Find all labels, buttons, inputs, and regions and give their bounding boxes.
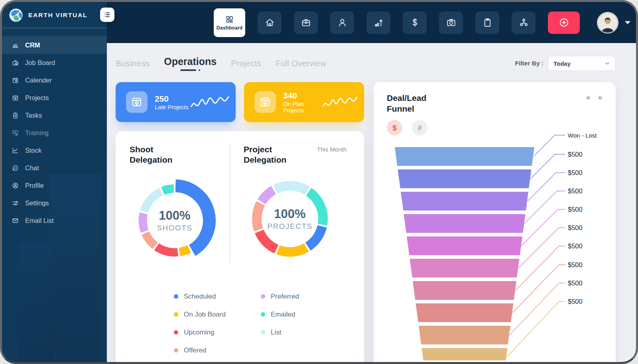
prev-arrow[interactable]: « [586, 93, 591, 102]
filter-group: Filter By : Today [515, 56, 616, 71]
cards-row: 250 Late Projects 340 On Plan Projects S… [116, 82, 616, 362]
funnel-stage-10 [422, 348, 508, 360]
sidebar-item-projects[interactable]: Projects [2, 89, 107, 106]
donut-segment-on-job-board [278, 248, 306, 252]
donut-segment-scheduled [308, 226, 322, 247]
sidebar-item-chat[interactable]: Chat [2, 159, 107, 177]
funnel-stage-value: $500 [568, 169, 583, 176]
donut-segment-upcoming [259, 231, 276, 249]
plus-circle-icon [558, 17, 570, 28]
nav-button-user[interactable] [330, 12, 354, 34]
active-tab-underline [164, 69, 217, 71]
settings-icon [12, 199, 19, 207]
tab-projects[interactable]: Projects [231, 59, 261, 68]
avatar-photo [598, 13, 618, 33]
briefcase-icon [301, 17, 311, 28]
team-icon [518, 17, 529, 28]
legend-label: Scheduled [184, 293, 216, 301]
funnel-stage-value: $500 [568, 261, 583, 268]
donut-segment-list [144, 191, 161, 212]
funnel-stage-value: $500 [568, 279, 583, 287]
period-label: This Month [317, 146, 347, 153]
sidebar-item-calender[interactable]: Calender [2, 71, 107, 89]
dashboard-label: Dashboard [217, 25, 242, 31]
stat-value: 340 [283, 91, 322, 101]
legend-item: List [261, 323, 348, 341]
funnel-leader-line [528, 173, 565, 201]
menu-toggle-button[interactable] [100, 8, 114, 22]
tab-business[interactable]: Business [116, 59, 150, 68]
menu-list-icon [103, 11, 111, 19]
donut-segment-scheduled [175, 186, 209, 250]
delegation-card: Shoot Delegation Project Delegation This… [116, 131, 364, 364]
project-delegation-donut: 100% PROJECTS [248, 177, 332, 261]
stat-label: Late Projects [155, 104, 189, 110]
nav-button-dollar[interactable] [403, 12, 427, 34]
funnel-stage-2 [398, 169, 532, 188]
tab-operations[interactable]: Operations [164, 56, 217, 71]
legend-dot [174, 330, 178, 334]
tabs: Business Operations Projects Full Overvi… [116, 56, 326, 71]
nav-button-camera[interactable] [439, 12, 463, 34]
add-button[interactable] [548, 12, 580, 34]
legend-label: List [271, 329, 281, 336]
building-background [18, 242, 52, 362]
stat-value: 250 [155, 94, 189, 104]
legend-label: Upcoming [184, 329, 215, 336]
app-window: EARTH VIRTUAL CRM Job Board Calender Pro… [0, 0, 638, 364]
funnel-stage-4 [404, 214, 526, 233]
nav-button-chart-bars[interactable] [366, 12, 390, 34]
funnel-stage-6 [410, 259, 520, 277]
sidebar-item-profile[interactable]: Profile [2, 177, 107, 194]
funnel-leader-line [522, 209, 565, 246]
funnel-title: Deal/Lead Funnel [387, 92, 451, 114]
funnel-stage-5 [407, 236, 522, 255]
legend-dot [261, 330, 265, 334]
legend-item: Offered [174, 341, 261, 359]
stat-icon-chip [254, 91, 276, 113]
sidebar-header: EARTH VIRTUAL [2, 2, 107, 28]
sidebar-item-crm[interactable]: CRM [2, 36, 107, 54]
nav-button-clipboard[interactable] [475, 12, 499, 34]
next-arrow[interactable]: » [598, 93, 602, 102]
chat-icon [12, 164, 19, 172]
training-icon [12, 129, 19, 137]
sidebar-item-settings[interactable]: Settings [2, 194, 107, 212]
stock-icon [12, 147, 19, 154]
nav-button-team[interactable] [512, 12, 536, 34]
legend-label: Emailed [271, 311, 295, 319]
sidebar-item-job-board[interactable]: Job Board [2, 54, 107, 71]
profile-caret-icon[interactable] [625, 21, 630, 24]
tasks-icon [12, 112, 19, 119]
filter-label: Filter By : [515, 60, 543, 67]
projects-icon [12, 94, 19, 102]
donut-segment-offered [145, 233, 155, 246]
chevron-down-icon [605, 61, 610, 66]
stat-card: 250 Late Projects [116, 82, 236, 122]
tabs-row: Business Operations Projects Full Overvi… [116, 53, 616, 73]
legend-dot [174, 294, 178, 299]
filter-select[interactable]: Today [548, 56, 616, 71]
sparkline [190, 93, 230, 111]
project-donut-chart [248, 177, 332, 261]
user-avatar[interactable] [597, 12, 618, 33]
tab-full-overview[interactable]: Full Overview [276, 59, 326, 68]
sidebar-item-stock[interactable]: Stock [2, 142, 107, 159]
email-icon [12, 217, 19, 224]
left-column: 250 Late Projects 340 On Plan Projects S… [116, 82, 364, 362]
nav-button-briefcase[interactable] [294, 12, 318, 34]
sidebar-item-training[interactable]: Training [2, 124, 107, 142]
sidebar-item-tasks[interactable]: Tasks [2, 106, 107, 124]
sidebar-item-email-list[interactable]: Email List [2, 212, 107, 229]
filter-value: Today [553, 60, 571, 67]
sidebar: EARTH VIRTUAL CRM Job Board Calender Pro… [2, 2, 107, 362]
nav-dashboard-button[interactable]: Dashboard [214, 8, 245, 37]
funnel-stage-value: $500 [568, 187, 583, 195]
legend-item: Upcoming [174, 323, 261, 341]
legend-column: Preferred Emailed List [261, 287, 348, 359]
legend-dot [174, 312, 178, 317]
legend-item: On Job Board [174, 305, 261, 323]
nav-button-home[interactable] [258, 12, 282, 34]
funnel-leader-line [518, 228, 565, 268]
donut-segment-preferred [262, 190, 274, 202]
